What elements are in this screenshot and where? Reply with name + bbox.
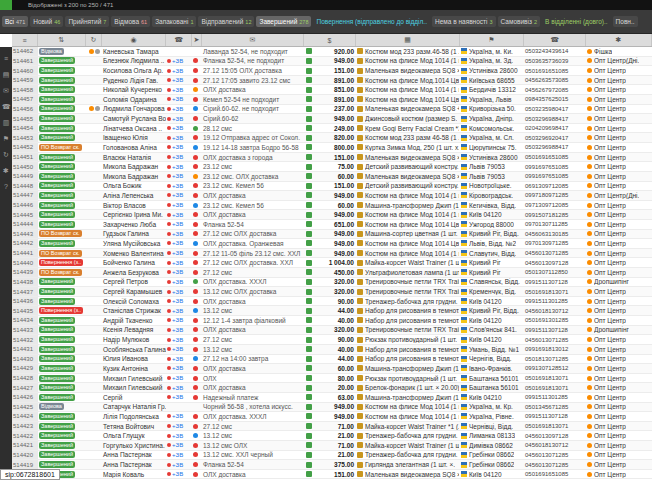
customer-phone[interactable]: 0991507181285 [524, 210, 586, 219]
orders-icon[interactable]: ▤ [3, 71, 10, 78]
table-row[interactable]: 514423ЗавершенийТетяна Войтович+ЗВ27.12 … [12, 422, 652, 432]
table-row[interactable]: 514439ПО Возврат ск.Анжела Безрукова+ЗВ2… [12, 268, 652, 278]
status-badge[interactable]: Відмова [39, 48, 64, 55]
status-badge[interactable]: Завершений [39, 394, 75, 401]
customer-phone[interactable]: 0501691813071 [524, 422, 586, 431]
delivery-icon[interactable]: ⚑ [460, 34, 524, 46]
tab-запаковані[interactable]: Запаковані1 [152, 16, 196, 27]
add-call-link[interactable]: +ЗВ [166, 268, 192, 277]
status-badge[interactable]: Завершений [39, 202, 75, 209]
table-row[interactable]: 514440Повернення (з..Бойченко Галина+ЗВ2… [12, 258, 652, 268]
customer-phone[interactable]: 0456013071285 [524, 460, 586, 469]
table-row[interactable]: 514453ЗавершенийІващенко Юлія+ЗВ19.12 От… [12, 133, 652, 143]
add-call-link[interactable]: +ЗВ [166, 76, 192, 85]
customer-phone[interactable]: 0501813071285 [524, 355, 586, 364]
status-badge[interactable]: Завершений [39, 384, 75, 391]
tab-повн[interactable]: Повн.. [613, 16, 638, 27]
customer-phone[interactable]: 0456013071285 [524, 335, 586, 344]
status-badge[interactable]: Завершений [39, 317, 75, 324]
tab-відмова[interactable]: Відмова61 [111, 16, 150, 27]
add-call-link[interactable]: +ЗВ [166, 191, 192, 200]
add-call-link[interactable]: +ЗВ [166, 287, 192, 296]
menu-icon[interactable]: ≡ [4, 55, 8, 62]
status-badge[interactable]: Завершений [39, 413, 75, 420]
status-badge[interactable]: Завершений [39, 326, 75, 333]
customer-phone[interactable]: 0991511307128 [524, 326, 586, 335]
table-row[interactable]: 514436ЗавершенийОлексій Соломаха+ЗВОЛХ д… [12, 297, 652, 307]
customer-phone[interactable]: 0456013097128 [524, 258, 586, 267]
add-call-link[interactable]: +ЗВ [166, 393, 192, 402]
add-call-link[interactable]: +ЗВ [166, 153, 192, 162]
add-call-link[interactable]: +ЗВ [166, 364, 192, 373]
add-call-link[interactable]: +ЗВ [166, 133, 192, 142]
phone-col-icon[interactable]: ☎ [524, 34, 586, 46]
add-call-link[interactable]: +ЗВ [166, 412, 192, 421]
customer-phone[interactable]: 0501345671285 [524, 403, 586, 412]
table-row[interactable]: 514418ЗавершенийМарія Коваль+ЗВОЛХ доста… [12, 470, 652, 480]
mail-icon[interactable]: ✉ [3, 87, 9, 94]
phone-icon[interactable]: ☎ [2, 103, 11, 110]
status-badge[interactable]: Завершений [39, 432, 75, 439]
status-badge[interactable]: Завершений [39, 154, 75, 161]
customer-phone[interactable]: 0971309712085 [524, 201, 586, 210]
table-row[interactable]: 514441ПО Возврат ск.Хоменко Валентина+ЗВ… [12, 249, 652, 259]
status-badge[interactable]: Завершений [39, 173, 75, 180]
table-row[interactable]: 514437ЗавершенийСергей Карамышев+ЗВ13.12… [12, 287, 652, 297]
table-row[interactable]: 514434ЗавершенийАндрій Ткаченко+ЗВ12.12 … [12, 316, 652, 326]
table-row[interactable]: 514454ЗавершенийЛінатчева Оксана ..+ЗВ28… [12, 124, 652, 134]
status-badge[interactable]: Завершений [39, 125, 75, 132]
customer-phone[interactable]: 0501691651085 [524, 153, 586, 162]
add-call-link[interactable]: +ЗВ [166, 230, 192, 239]
customer-phone[interactable]: 0204209698417 [524, 124, 586, 133]
table-row[interactable]: 514447ЗавершенийАліна Лепенська+ЗВОЛХ до… [12, 191, 652, 201]
table-row[interactable]: 514433ЗавершенийКсенія Левадняя+ЗВОЛХ до… [12, 326, 652, 336]
status-badge[interactable]: Завершений [39, 105, 75, 112]
info-icon[interactable] [89, 106, 94, 111]
add-call-link[interactable]: +ЗВ [166, 374, 192, 383]
status-badge[interactable]: Завершений [39, 278, 75, 285]
customer-phone[interactable]: 0501691301285 [524, 316, 586, 325]
table-row[interactable]: 514432ЗавершенийНадір Мулюков+ЗВ27.12 см… [12, 335, 652, 345]
status-sort-icon[interactable]: ⇅ [38, 34, 86, 46]
status-badge[interactable]: Завершений [39, 442, 75, 449]
table-row[interactable]: 514430ЗавершенийЮлия Иванова+ЗВ27.12 на … [12, 355, 652, 365]
customer-phone[interactable]: 0503243439614 [524, 47, 586, 56]
table-row[interactable]: 514461ЗавершенийБлезнюк Людмила ..+ЗВФла… [12, 57, 652, 67]
status-badge[interactable]: Завершений [39, 115, 75, 122]
table-row[interactable]: 514425ВідмоваСатарчук Наталія Гр.Чорний … [12, 403, 652, 413]
status-badge[interactable]: ПО Возврат ск. [39, 230, 82, 237]
flag-icon[interactable]: ⚑ [3, 135, 9, 142]
status-badge[interactable]: Завершений [39, 67, 75, 74]
customer-phone[interactable]: 0691309712085 [524, 182, 586, 191]
status-badge[interactable]: Завершений [39, 221, 75, 228]
add-call-link[interactable]: +ЗВ [166, 66, 192, 75]
add-call-link[interactable]: +ЗВ [166, 345, 192, 354]
customer-phone[interactable]: 0997180971285 [524, 191, 586, 200]
status-badge[interactable]: Завершений [39, 57, 75, 64]
customer-phone[interactable]: 0456013097128 [524, 431, 586, 440]
add-call-link[interactable]: +ЗВ [166, 124, 192, 133]
table-row[interactable]: 514419ЗавершенийАнна Пастернак+ЗВФланка … [12, 460, 652, 470]
add-call-link[interactable]: +ЗВ [166, 431, 192, 440]
status-badge[interactable]: ПО Возврат ск. [39, 144, 82, 151]
customer-phone[interactable]: 0991691813012 [524, 345, 586, 354]
status-badge[interactable]: Завершений [39, 134, 75, 141]
table-row[interactable]: 514444ЗавершенийЗахарченко Люба+ЗВФланка… [12, 220, 652, 230]
customer-phone[interactable]: 0991511307128 [524, 278, 586, 287]
tab-завершений[interactable]: Завершений278 [256, 16, 311, 27]
add-call-link[interactable]: +ЗВ [166, 335, 192, 344]
status-badge[interactable]: Завершений [39, 375, 75, 382]
status-badge[interactable]: Завершений [39, 211, 75, 218]
table-row[interactable]: 514422ЗавершенийОльга Глущук+ЗВ13.12 смс… [12, 431, 652, 441]
sip-bar[interactable]: sip:0672818601 [0, 469, 60, 480]
table-row[interactable]: 514446ЗавершенийВіктор Власов+ЗВ23.12 см… [12, 201, 652, 211]
add-call-link[interactable]: +ЗВ [166, 162, 192, 171]
customer-phone[interactable]: 0503296920417 [524, 133, 586, 142]
add-call-link[interactable]: +ЗВ [166, 143, 192, 152]
customer-phone[interactable]: 0991511307128 [524, 412, 586, 421]
status-badge[interactable]: Завершений [39, 461, 75, 468]
add-call-link[interactable]: +ЗВ [166, 114, 192, 123]
table-row[interactable]: 514428ЗавершенийМихаил Гилевський+ЗВОЛХ8… [12, 374, 652, 384]
status-badge[interactable]: Завершений [39, 346, 75, 353]
table-row[interactable]: 514462ВідмоваКаневська ТамараЛаванда 52-… [12, 47, 652, 57]
